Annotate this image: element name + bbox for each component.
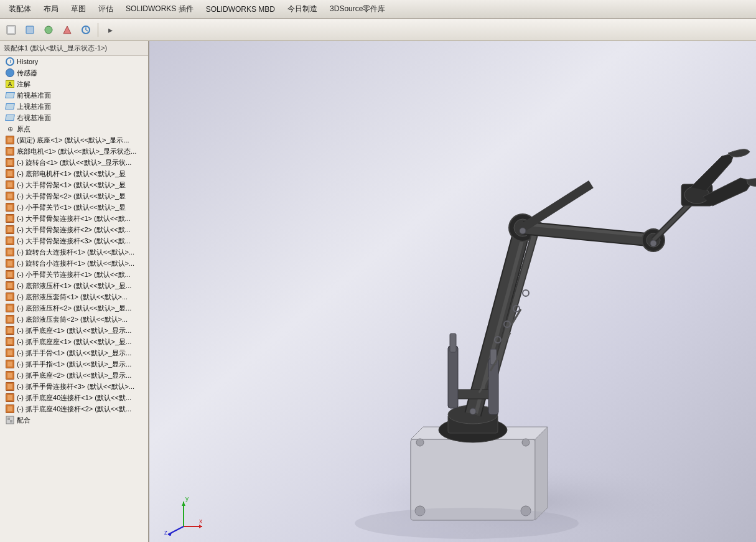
tree-item-big-arm-connect2[interactable]: (-) 大手臂骨架连接杆<2> (默认<<默... (0, 224, 148, 235)
component-icon-20 (5, 359, 15, 369)
toolbar-btn-1[interactable] (2, 22, 20, 38)
tree-item-base-hydraulic1[interactable]: (-) 底部液压杆<1> (默认<<默认>_显... (0, 280, 148, 291)
tree-item-rotate-small-connect1[interactable]: (-) 旋转台小连接杆<1> (默认<<默认>... (0, 258, 148, 269)
toolbar-btn-3[interactable] (40, 22, 57, 38)
tree-label-assembly-bottom: 配合 (17, 416, 30, 425)
component-icon-21 (5, 370, 15, 380)
component-icon-3 (5, 169, 15, 179)
component-icon-4 (5, 180, 15, 190)
tree-item-rotate-big-connect1[interactable]: (-) 旋转台大连接杆<1> (默认<<默认>... (0, 246, 148, 258)
menu-3dsource[interactable]: 3DSource零件库 (324, 1, 391, 17)
svg-line-7 (86, 30, 88, 31)
tree-label-rotate-small-connect1: (-) 旋转台小连接杆<1> (默认<<默认>... (17, 259, 134, 268)
tree-label-small-arm-connect1: (-) 小手臂关节连接杆<1> (默认<<默... (17, 270, 131, 279)
tree-label-small-arm-joint1: (-) 小手臂关节<1> (默认<<默认>_显 (17, 203, 126, 212)
svg-text:y: y (185, 495, 189, 502)
menu-evaluate[interactable]: 评估 (92, 1, 119, 17)
tree-item-gripper-base2[interactable]: (-) 抓手底座<2> (默认<<默认>_显示... (0, 370, 148, 381)
component-icon-15 (5, 303, 15, 313)
svg-point-3 (45, 26, 52, 34)
right-plane-icon (5, 113, 15, 123)
axis-indicator: x y z (162, 492, 199, 530)
svg-marker-4 (63, 26, 71, 34)
tree-label-gripper-bone-connect3: (-) 抓手手骨连接杆<3> (默认<<默认>... (17, 382, 134, 391)
svg-point-19 (522, 439, 530, 446)
tree-item-gripper-base1[interactable]: (-) 抓手底座<1> (默认<<默认>_显示... (0, 325, 148, 336)
svg-marker-60 (182, 502, 185, 506)
tree-item-front-plane[interactable]: 前视基准面 (0, 90, 148, 101)
tree-label-gripper-base2: (-) 抓手底座<2> (默认<<默认>_显示... (17, 371, 131, 380)
tree-label-big-arm-connect3: (-) 大手臂骨架连接杆<3> (默认<<默... (17, 236, 131, 246)
component-icon-14 (5, 292, 15, 302)
tree-item-base-motor[interactable]: 底部电机<1> (默认<<默认>_显示状态... (0, 146, 148, 157)
tree-item-sensor[interactable]: 传感器 (0, 67, 148, 78)
tree-item-base-hydraulic-sleeve1[interactable]: (-) 底部液压套筒<1> (默认<<默认>... (0, 291, 148, 302)
component-icon-1 (5, 146, 15, 156)
menu-layout[interactable]: 布局 (37, 1, 65, 17)
tree-label-gripper-base-connect40-1: (-) 抓手底座40连接杆<1> (默认<<默... (17, 393, 131, 403)
tree-label-rotate-platform: (-) 旋转台<1> (默认<<默认>_显示状... (17, 158, 131, 167)
tree-item-big-arm-frame1[interactable]: (-) 大手臂骨架<1> (默认<<默认>_显 (0, 179, 148, 190)
tree-label-base-motor: 底部电机<1> (默认<<默认>_显示状态... (17, 147, 136, 156)
tree-item-base-fixed[interactable]: (固定) 底座<1> (默认<<默认>_显示... (0, 134, 148, 146)
tree-item-history[interactable]: History (0, 56, 148, 67)
svg-line-61 (168, 526, 184, 535)
tree-item-gripper-finger1[interactable]: (-) 抓手手指<1> (默认<<默认>_显示... (0, 358, 148, 370)
tree-item-base-motor-rod[interactable]: (-) 底部电机杆<1> (默认<<默认>_显 (0, 168, 148, 179)
tree-item-base-hydraulic-sleeve2[interactable]: (-) 底部液压套筒<2> (默认<<默认>... (0, 314, 148, 325)
tree-item-rotate-platform[interactable]: (-) 旋转台<1> (默认<<默认>_显示状... (0, 157, 148, 168)
component-icon-10 (5, 247, 15, 257)
menu-bar: 装配体 布局 草图 评估 SOLIDWORKS 插件 SOLIDWORKS MB… (0, 0, 756, 19)
svg-point-45 (470, 408, 476, 414)
tree-item-big-arm-connect1[interactable]: (-) 大手臂骨架连接杆<1> (默认<<默... (0, 213, 148, 224)
tree-item-top-plane[interactable]: 上视基准面 (0, 101, 148, 112)
tree-item-annotation[interactable]: A 注解 (0, 78, 148, 90)
svg-point-18 (416, 439, 424, 446)
svg-text:z: z (164, 529, 167, 536)
component-icon-6 (5, 202, 15, 212)
tree-item-gripper-bone1[interactable]: (-) 抓手手骨<1> (默认<<默认>_显示... (0, 347, 148, 358)
tree-item-right-plane[interactable]: 右视基准面 (0, 112, 148, 123)
tree-item-small-arm-joint1[interactable]: (-) 小手臂关节<1> (默认<<默认>_显 (0, 202, 148, 213)
tree-item-gripper-base-seat1[interactable]: (-) 抓手底座座<1> (默认<<默认>_显... (0, 336, 148, 347)
tree-label-gripper-base1: (-) 抓手底座<1> (默认<<默认>_显示... (17, 326, 131, 335)
tree-item-assembly-bottom[interactable]: 配合 (0, 414, 148, 426)
tree-item-big-arm-connect3[interactable]: (-) 大手臂骨架连接杆<3> (默认<<默... (0, 235, 148, 246)
tree-item-gripper-bone-connect3[interactable]: (-) 抓手手骨连接杆<3> (默认<<默认>... (0, 381, 148, 392)
tree-item-gripper-base-connect40-2[interactable]: (-) 抓手底座40连接杆<2> (默认<<默... (0, 403, 148, 414)
origin-icon: ⊕ (5, 124, 15, 134)
component-icon-18 (5, 337, 15, 347)
component-icon-22 (5, 381, 15, 391)
menu-sw-mbd[interactable]: SOLIDWORKS MBD (200, 2, 281, 16)
tree-item-small-arm-connect1[interactable]: (-) 小手臂关节连接杆<1> (默认<<默... (0, 269, 148, 280)
toolbar-btn-expand[interactable]: ▸ (101, 22, 119, 38)
svg-point-46 (520, 228, 526, 234)
tree-item-big-arm-frame2[interactable]: (-) 大手臂骨架<2> (默认<<默认>_显 (0, 190, 148, 202)
tree-item-gripper-base-connect40-1[interactable]: (-) 抓手底座40连接杆<1> (默认<<默... (0, 392, 148, 403)
toolbar-btn-4[interactable] (58, 22, 76, 38)
component-icon-2 (5, 157, 15, 167)
menu-sketch[interactable]: 草图 (65, 1, 92, 17)
svg-rect-42 (450, 334, 456, 352)
toolbar-btn-5[interactable] (77, 22, 95, 38)
component-icon-8 (5, 225, 15, 235)
menu-assembly[interactable]: 装配体 (2, 1, 37, 17)
robot-arm-svg (149, 41, 756, 542)
tree-label-base-hydraulic-sleeve2: (-) 底部液压套筒<2> (默认<<默认>... (17, 315, 128, 324)
main-layout: 装配体1 (默认<默认_显示状态-1>) History 传感器 A 注解 (0, 41, 756, 542)
component-icon-13 (5, 281, 15, 291)
tree-label-base-hydraulic1: (-) 底部液压杆<1> (默认<<默认>_显... (17, 281, 131, 291)
toolbar-btn-2[interactable] (21, 22, 39, 38)
svg-marker-58 (199, 525, 202, 528)
tree-label-base-hydraulic-sleeve1: (-) 底部液压套筒<1> (默认<<默认>... (17, 292, 128, 302)
toolbar-separator-1 (98, 23, 98, 37)
toolbar: ▸ (0, 19, 756, 41)
svg-rect-1 (8, 27, 14, 33)
viewport[interactable]: x y z (149, 41, 756, 542)
menu-today-mfg[interactable]: 今日制造 (281, 1, 324, 17)
tree-label-gripper-finger1: (-) 抓手手指<1> (默认<<默认>_显示... (17, 360, 131, 369)
menu-sw-plugins[interactable]: SOLIDWORKS 插件 (119, 1, 200, 17)
svg-rect-41 (448, 346, 458, 408)
tree-item-origin[interactable]: ⊕ 原点 (0, 123, 148, 134)
tree-item-base-hydraulic2[interactable]: (-) 底部液压杆<2> (默认<<默认>_显... (0, 302, 148, 314)
